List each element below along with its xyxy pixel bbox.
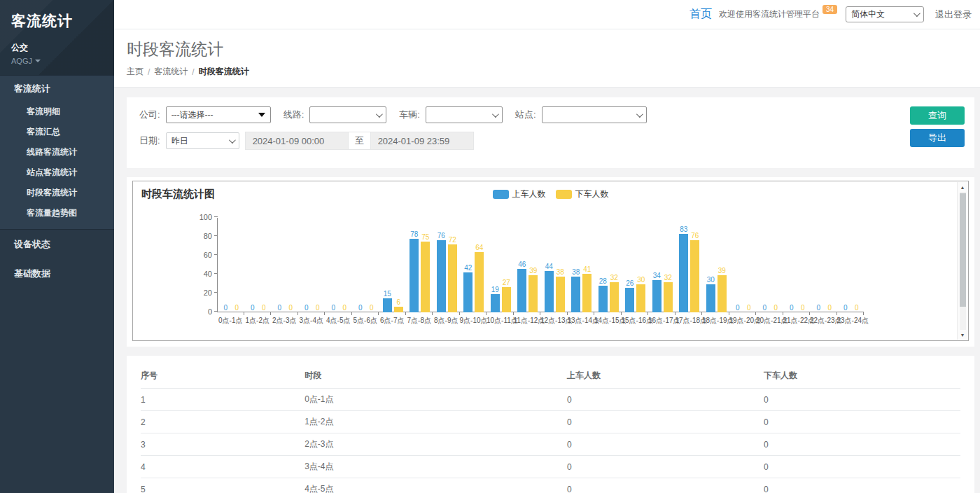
y-axis-tick-label: 60 [187,251,212,259]
bar-wrap: 0 [787,304,796,312]
col-header-alighting: 下车人数 [764,363,960,389]
bar-group: 00 [299,218,326,312]
bar-wrap: 6 [394,298,403,312]
bar [528,275,538,312]
bar-value-label: 0 [844,304,848,312]
chart-legend: 上车人数下车人数 [493,188,609,200]
triangle-down-icon [258,113,265,117]
bar-value-label: 0 [316,304,320,312]
chart-vertical-scrollbar[interactable]: ▲ ▼ [957,182,967,340]
vehicle-select[interactable] [426,106,503,123]
bar-group: 00 [218,218,245,312]
sidebar-subitem-0[interactable]: 客流明细 [0,102,114,122]
bar-wrap: 32 [664,274,673,312]
table-cell: 1点-2点 [304,411,567,433]
legend-item-0[interactable]: 上车人数 [493,188,546,200]
scrollbar-thumb[interactable] [960,193,966,307]
export-button[interactable]: 导出 [910,129,965,147]
table-row: 54点-5点00 [141,478,960,493]
bar-value-label: 0 [223,304,227,312]
table-cell: 0 [567,456,764,478]
org-code-dropdown[interactable]: AQGJ [11,57,103,65]
date-from-input[interactable] [245,132,349,150]
menu-others: 设备状态基础数据 [0,230,114,289]
topbar: 首页 欢迎使用客流统计管理平台 34 简体中文 退出登录 [114,0,980,29]
scroll-down-icon[interactable]: ▼ [958,330,968,340]
page-heading: 时段客流统计 主页 / 客流统计 / 时段客流统计 [114,29,980,88]
bar-value-label: 42 [464,264,472,272]
sidebar-subitem-3[interactable]: 站点客流统计 [0,162,114,183]
bar-group: 00 [326,218,353,312]
chevron-down-icon [492,111,499,118]
bar-wrap: 0 [275,304,284,312]
col-header-index: 序号 [141,363,304,389]
bar [383,298,392,312]
bar-value-label: 0 [331,304,335,312]
home-link[interactable]: 首页 [690,7,712,22]
bar [652,280,662,312]
bar-value-label: 64 [475,244,483,251]
bar-wrap: 0 [356,304,365,312]
date-to-input[interactable] [370,132,474,150]
breadcrumb-passenger-stats[interactable]: 客流统计 [154,66,188,78]
date-preset-select[interactable]: 昨日 [166,132,239,149]
legend-item-1[interactable]: 下车人数 [556,188,609,200]
bar-value-label: 30 [707,276,715,284]
scrollbar-track[interactable] [960,192,966,330]
bar-wrap: 27 [502,279,511,312]
station-select[interactable] [542,106,647,123]
bar-value-label: 75 [421,233,429,241]
sidebar-logo-area: 客流统计 公交 AQGJ [0,0,114,75]
notification-badge[interactable]: 34 [822,5,837,14]
bar-value-label: 0 [251,304,255,312]
bar [636,284,645,313]
scroll-up-icon[interactable]: ▲ [958,182,968,192]
bar-value-label: 83 [680,225,687,233]
company-select[interactable]: ---请选择--- [166,106,271,123]
sidebar-item-other-0[interactable]: 设备状态 [0,230,114,259]
bar-value-label: 27 [503,279,510,286]
date-preset-value: 昨日 [172,135,188,147]
legend-label: 上车人数 [512,188,546,200]
bar-value-label: 28 [599,277,607,285]
bar-wrap: 78 [410,230,419,312]
query-button[interactable]: 查询 [910,106,965,125]
bar-group: 2832 [595,218,622,312]
bar-wrap: 0 [367,304,376,312]
sidebar-item-passenger-stats[interactable]: 客流统计 [0,76,114,102]
bar-wrap: 0 [329,304,338,312]
bar-wrap: 0 [286,304,295,312]
sidebar-subitem-5[interactable]: 客流量趋势图 [0,203,114,223]
org-name: 公交 [11,42,103,54]
bar [491,294,500,312]
breadcrumb-home[interactable]: 主页 [127,66,144,78]
bar-group: 00 [730,218,757,312]
bar-value-label: 39 [718,267,726,275]
bar-wrap: 0 [313,304,322,312]
x-axis-tick-label: 4点-5点 [325,312,352,326]
logout-link[interactable]: 退出登录 [935,8,972,21]
y-axis-tick-mark [214,254,218,255]
language-select-value: 简体中文 [851,8,885,20]
language-select[interactable]: 简体中文 [846,6,924,22]
sidebar-subitem-2[interactable]: 线路客流统计 [0,142,114,162]
bar [718,275,727,312]
table-cell: 1 [141,389,304,411]
bar [410,239,419,312]
bar-group: 00 [811,218,838,312]
bar-group: 00 [838,218,865,312]
sidebar-subitem-4[interactable]: 时段客流统计 [0,183,114,203]
bar-wrap: 83 [679,225,688,312]
table-cell: 5 [141,478,304,493]
bar-wrap: 0 [760,304,769,312]
bar [502,287,511,312]
line-select[interactable] [309,106,386,123]
bar-value-label: 76 [691,232,699,239]
sidebar-item-other-1[interactable]: 基础数据 [0,259,114,289]
date-range-separator: 至 [349,132,370,150]
table-panel: 序号 时段 上车人数 下车人数 10点-1点0021点-2点0032点-3点00… [127,356,974,493]
bar [475,252,484,312]
x-axis-tick-label: 20点-21点 [756,312,783,326]
plot-area: 0000000000001567875767242641927463944383… [217,218,864,312]
sidebar-subitem-1[interactable]: 客流汇总 [0,122,114,142]
